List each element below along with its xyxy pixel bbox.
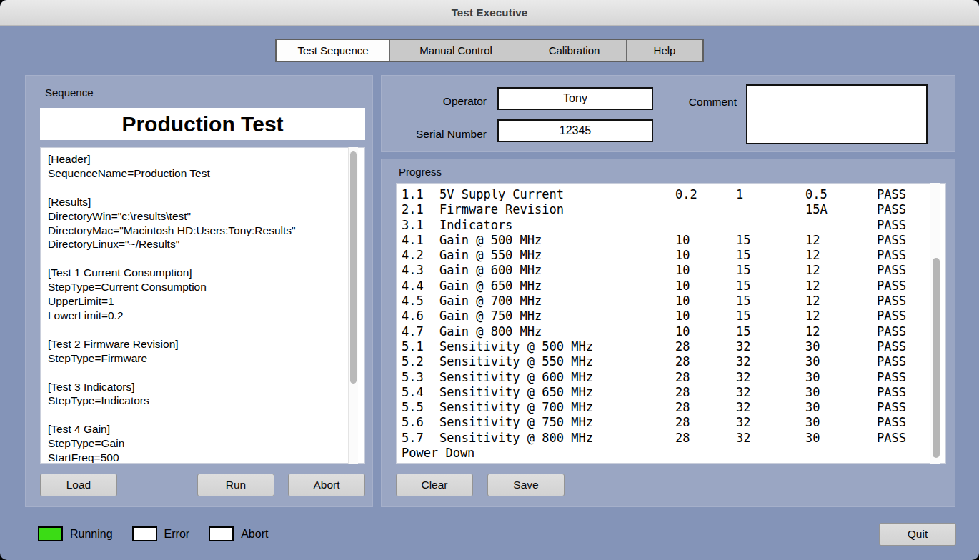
progress-test-name: Gain @ 550 MHz	[439, 248, 675, 263]
indicator-label: Error	[164, 528, 190, 541]
save-button[interactable]: Save	[487, 474, 565, 496]
sequence-scrollbar-thumb[interactable]	[350, 151, 357, 384]
serial-number-field[interactable]	[497, 119, 653, 142]
indicator-lamp	[132, 526, 157, 541]
operator-label: Operator	[382, 95, 487, 108]
tab[interactable]: Help	[626, 40, 702, 61]
progress-measured	[805, 446, 877, 461]
progress-low-limit: 28	[675, 400, 736, 415]
status-indicators: Running Error Abort	[38, 526, 287, 541]
progress-measured: 12	[805, 233, 877, 248]
progress-test-name: Gain @ 500 MHz	[439, 233, 675, 248]
progress-step: 2.1	[402, 202, 439, 217]
progress-step: 5.5	[402, 400, 439, 415]
progress-step: 4.1	[402, 233, 439, 248]
progress-high-limit: 15	[736, 324, 805, 339]
progress-row: 5.5 Sensitivity @ 700 MHz 28 32 30 PASS	[402, 400, 945, 415]
progress-step: 4.2	[402, 248, 439, 263]
load-button[interactable]: Load	[40, 474, 117, 496]
progress-test-name: Sensitivity @ 550 MHz	[439, 354, 675, 369]
progress-row: 5.7 Sensitivity @ 800 MHz 28 32 30 PASS	[402, 431, 945, 446]
progress-step: 5.4	[402, 385, 439, 400]
indicator-label: Running	[70, 528, 113, 541]
progress-measured: 12	[805, 309, 877, 324]
sequence-editor[interactable]: [Header] SequenceName=Production Test [R…	[40, 147, 365, 464]
progress-low-limit: 10	[675, 324, 736, 339]
progress-row: 4.4 Gain @ 650 MHz 10 15 12 PASS	[402, 279, 945, 294]
tab[interactable]: Calibration	[522, 40, 626, 61]
progress-row: 2.1 Firmware Revision 15A PASS	[402, 202, 945, 217]
progress-step: 4.5	[402, 294, 439, 309]
sequence-panel: Sequence Production Test [Header] Sequen…	[25, 75, 373, 507]
progress-high-limit: 15	[736, 294, 805, 309]
progress-row: 4.1 Gain @ 500 MHz 10 15 12 PASS	[402, 233, 945, 248]
quit-button[interactable]: Quit	[879, 523, 956, 546]
abort-button[interactable]: Abort	[288, 474, 365, 496]
progress-measured: 30	[805, 339, 877, 354]
progress-low-limit	[675, 446, 736, 461]
progress-test-name: Sensitivity @ 600 MHz	[439, 370, 675, 385]
progress-step: 4.4	[402, 279, 439, 294]
progress-low-limit	[675, 202, 736, 217]
progress-list[interactable]: 1.1 5V Supply Current 0.2 1 0.5 PASS 2.1…	[396, 183, 946, 464]
progress-row: 5.2 Sensitivity @ 550 MHz 28 32 30 PASS	[402, 354, 945, 369]
status-indicator: Abort	[209, 526, 268, 541]
progress-low-limit: 10	[675, 279, 736, 294]
indicator-lamp	[209, 526, 234, 541]
progress-high-limit: 32	[736, 339, 805, 354]
progress-high-limit: 15	[736, 279, 805, 294]
progress-step: 5.6	[402, 415, 439, 430]
tab-bar: Test Sequence Manual Control Calibration…	[275, 39, 704, 62]
progress-measured	[805, 218, 877, 233]
progress-high-limit: 15	[736, 263, 805, 278]
status-indicator: Running	[38, 526, 113, 541]
progress-step: Power Down	[402, 446, 439, 461]
progress-measured: 15A	[805, 202, 877, 217]
progress-step: 5.3	[402, 370, 439, 385]
run-button[interactable]: Run	[197, 474, 274, 496]
progress-panel-label: Progress	[399, 166, 442, 178]
progress-step: 4.6	[402, 309, 439, 324]
progress-row: 4.3 Gain @ 600 MHz 10 15 12 PASS	[402, 263, 945, 278]
window-title: Test Executive	[452, 6, 528, 19]
progress-test-name: Gain @ 750 MHz	[439, 309, 675, 324]
progress-test-name	[439, 446, 675, 461]
tab[interactable]: Manual Control	[389, 40, 522, 61]
progress-measured: 12	[805, 248, 877, 263]
progress-test-name: Indicators	[439, 218, 675, 233]
progress-low-limit: 28	[675, 431, 736, 446]
progress-measured: 30	[805, 370, 877, 385]
progress-row: 1.1 5V Supply Current 0.2 1 0.5 PASS	[402, 187, 945, 202]
progress-row: 4.2 Gain @ 550 MHz 10 15 12 PASS	[402, 248, 945, 263]
tab[interactable]: Test Sequence	[277, 40, 389, 61]
progress-high-limit: 32	[736, 400, 805, 415]
progress-high-limit: 1	[736, 187, 805, 202]
clear-button[interactable]: Clear	[396, 474, 473, 496]
progress-measured: 30	[805, 431, 877, 446]
progress-row: 5.1 Sensitivity @ 500 MHz 28 32 30 PASS	[402, 339, 945, 354]
serial-number-label: Serial Number	[382, 128, 487, 141]
indicator-label: Abort	[241, 528, 268, 541]
progress-scrollbar-thumb[interactable]	[933, 258, 940, 458]
progress-test-name: Gain @ 700 MHz	[439, 294, 675, 309]
progress-high-limit: 32	[736, 415, 805, 430]
progress-high-limit: 15	[736, 309, 805, 324]
progress-measured: 30	[805, 354, 877, 369]
progress-row: Power Down	[402, 446, 945, 461]
comment-field[interactable]	[746, 84, 928, 144]
progress-low-limit: 28	[675, 415, 736, 430]
indicator-lamp	[38, 526, 63, 541]
progress-scrollbar[interactable]	[930, 183, 940, 464]
tab-label: Calibration	[549, 44, 600, 56]
progress-test-name: Sensitivity @ 500 MHz	[439, 339, 675, 354]
title-bar[interactable]: Test Executive	[0, 0, 979, 26]
progress-low-limit: 10	[675, 263, 736, 278]
progress-low-limit: 28	[675, 339, 736, 354]
progress-test-name: Gain @ 650 MHz	[439, 279, 675, 294]
sequence-scrollbar[interactable]	[348, 147, 358, 464]
progress-test-name: Gain @ 600 MHz	[439, 263, 675, 278]
operator-field[interactable]	[497, 87, 653, 110]
progress-row: 3.1 Indicators PASS	[402, 218, 945, 233]
progress-high-limit	[736, 446, 805, 461]
progress-step: 3.1	[402, 218, 439, 233]
